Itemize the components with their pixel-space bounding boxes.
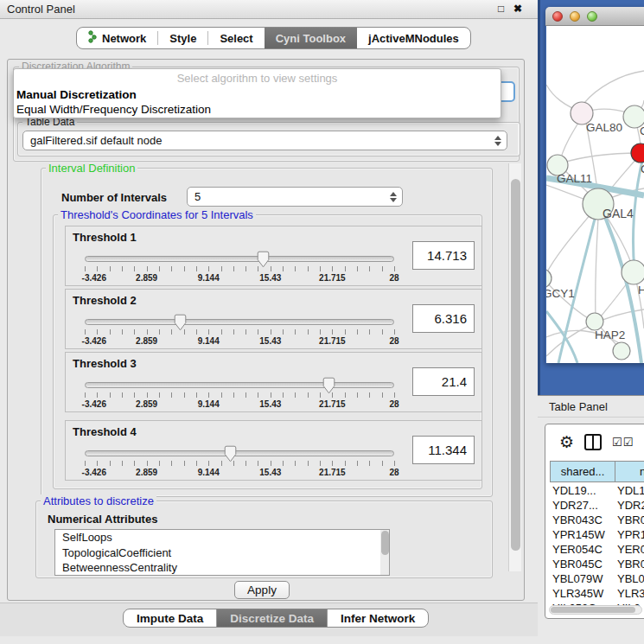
- network-window-titlebar[interactable]: [545, 7, 644, 26]
- tick-label: -3.426: [82, 273, 106, 283]
- tick-label: 21.715: [319, 468, 346, 477]
- network-node-label: HAP2: [595, 328, 625, 341]
- control-panel-titlebar: Control Panel: [0, 0, 538, 19]
- network-edge[interactable]: [584, 71, 644, 103]
- mac-close-icon[interactable]: [552, 11, 563, 22]
- tab-network-label: Network: [102, 32, 146, 45]
- num-intervals-combobox[interactable]: 5: [187, 187, 403, 207]
- network-node-HAP2[interactable]: [586, 313, 603, 330]
- tick-label: 9.144: [198, 336, 220, 346]
- threshold-slider[interactable]: -3.4262.8599.14415.4321.71528: [85, 252, 394, 285]
- table-row[interactable]: YBR043CYBR0: [550, 513, 644, 528]
- threshold-value-field[interactable]: 11.344: [412, 436, 475, 464]
- attribute-list-item[interactable]: SelfLoops: [55, 530, 389, 545]
- float-window-icon[interactable]: □: [498, 3, 504, 15]
- tick-label: 21.715: [319, 336, 346, 346]
- slider-ticks: [85, 461, 394, 467]
- column-header-name[interactable]: na: [615, 461, 644, 482]
- panel-scrollbar[interactable]: [508, 163, 521, 571]
- select-checkboxes-icon[interactable]: ☑☑: [612, 436, 634, 449]
- interval-definition-label: Interval Definition: [46, 162, 137, 175]
- slider-handle[interactable]: [174, 314, 187, 331]
- slider-track[interactable]: [85, 319, 394, 325]
- tick-label: 28: [389, 336, 399, 346]
- table-data-combobox[interactable]: galFiltered.sif default node: [22, 131, 507, 150]
- tab-jactivemnodules[interactable]: jActiveMNodules: [357, 28, 470, 48]
- network-node-bottom-node[interactable]: [613, 342, 630, 360]
- tab-discretize-data[interactable]: Discretize Data: [217, 609, 327, 627]
- slider-tick-labels: -3.4262.8599.14415.4321.71528: [85, 468, 394, 478]
- gear-icon[interactable]: ⚙: [559, 434, 574, 450]
- tick-label: 2.859: [136, 336, 157, 346]
- tab-cyni-toolbox[interactable]: Cyni Toolbox: [265, 28, 357, 48]
- network-icon: [88, 30, 97, 46]
- mac-minimize-icon[interactable]: [570, 11, 580, 22]
- network-node-label: H: [638, 284, 644, 296]
- numerical-attributes-list[interactable]: SelfLoopsTopologicalCoefficientBetweenne…: [54, 529, 390, 576]
- attribute-list-item[interactable]: TopologicalCoefficient: [55, 545, 389, 561]
- slider-ticks: [85, 266, 394, 272]
- slider-track[interactable]: [85, 256, 394, 262]
- slider-handle[interactable]: [224, 445, 237, 462]
- threshold-slider[interactable]: -3.4262.8599.14415.4321.71528: [85, 316, 394, 348]
- threshold-slider[interactable]: -3.4262.8599.14415.4321.71528: [85, 379, 394, 411]
- tab-impute-data[interactable]: Impute Data: [124, 609, 216, 627]
- network-node-GCY1[interactable]: [546, 269, 552, 288]
- tab-style[interactable]: Style: [158, 28, 207, 48]
- cyni-bottom-tabs: Impute Data Discretize Data Infer Networ…: [123, 609, 429, 628]
- mac-zoom-icon[interactable]: [587, 11, 597, 22]
- network-node-label: G: [640, 124, 644, 137]
- tab-infer-network[interactable]: Infer Network: [328, 609, 428, 627]
- table-row[interactable]: YER054CYER0: [550, 543, 644, 558]
- close-icon[interactable]: ✖: [513, 3, 522, 15]
- tab-select[interactable]: Select: [208, 28, 264, 48]
- network-node-red-node[interactable]: [631, 143, 644, 163]
- tick-label: 15.43: [259, 468, 281, 477]
- algorithm-dropdown-popup: Select algorithm to view settings Manual…: [13, 68, 501, 118]
- attribute-list-item[interactable]: BetweennessCentrality: [55, 560, 389, 576]
- network-node-label: C: [641, 163, 644, 175]
- network-node-H-node[interactable]: [622, 260, 644, 284]
- tick-label: 21.715: [319, 399, 346, 409]
- tab-network[interactable]: Network: [77, 28, 157, 48]
- columns-icon[interactable]: [584, 434, 602, 450]
- tick-label: 2.859: [136, 273, 157, 283]
- network-node-label: GAL11: [557, 172, 592, 185]
- network-edge[interactable]: [560, 153, 640, 163]
- tick-label: 28: [389, 273, 399, 283]
- dropdown-option-equalwidth[interactable]: Equal Width/Frequency Discretization: [14, 102, 501, 117]
- table-row[interactable]: YDR27...YDR2: [550, 499, 644, 513]
- table-row[interactable]: YDL19...YDL1: [550, 484, 644, 499]
- network-edge[interactable]: [596, 204, 599, 320]
- tick-label: 2.859: [136, 399, 157, 409]
- table-row[interactable]: YLR345WYLR3: [550, 587, 644, 602]
- threshold-value-field[interactable]: 21.4: [412, 367, 475, 396]
- apply-button[interactable]: Apply: [234, 581, 290, 599]
- tick-label: -3.426: [82, 468, 106, 477]
- network-canvas[interactable]: GAL80GCGAL11GAL4GCY1HHAP2: [546, 26, 644, 363]
- attributes-scrollbar[interactable]: [380, 530, 390, 575]
- network-edge[interactable]: [546, 311, 577, 363]
- table-row[interactable]: YBL079WYBL0: [550, 572, 644, 587]
- threshold-value-field[interactable]: 14.713: [412, 241, 475, 270]
- slider-handle[interactable]: [322, 377, 335, 394]
- slider-track[interactable]: [85, 450, 394, 456]
- combo-arrows-icon: [494, 136, 501, 146]
- table-row[interactable]: YBR045CYBR0: [550, 558, 644, 572]
- tick-label: 9.144: [198, 468, 220, 477]
- tick-label: 28: [389, 468, 399, 477]
- table-row[interactable]: YPR145WYPR1: [550, 528, 644, 543]
- table-horizontal-scrollbar[interactable]: [549, 605, 642, 615]
- slider-track[interactable]: [85, 382, 394, 388]
- dropdown-option-manual[interactable]: Manual Discretization: [14, 87, 501, 102]
- table-panel-body: ⚙ ☑☑ shared... na YDL19...YDL1YDR27...YD…: [545, 424, 644, 619]
- threshold-slider[interactable]: -3.4262.8599.14415.4321.71528: [85, 447, 394, 480]
- tick-label: 21.715: [319, 273, 346, 283]
- threshold-value-field[interactable]: 6.316: [412, 304, 475, 333]
- slider-tick-labels: -3.4262.8599.14415.4321.71528: [85, 273, 394, 284]
- column-header-shared-name[interactable]: shared...: [550, 461, 615, 482]
- tick-label: 15.43: [259, 399, 281, 409]
- tick-label: 2.859: [136, 468, 157, 477]
- slider-handle[interactable]: [257, 251, 270, 268]
- panel-title: Control Panel: [7, 3, 75, 16]
